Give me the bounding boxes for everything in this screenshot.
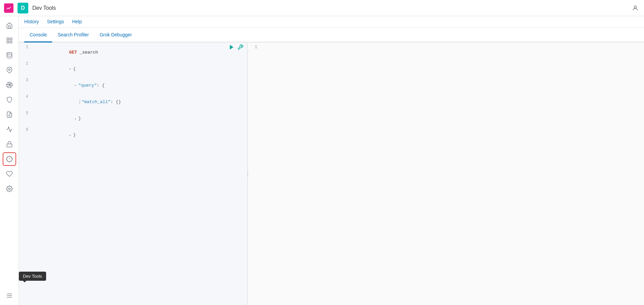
line-num-5: 5 bbox=[19, 110, 32, 116]
sidebar-item-siem[interactable] bbox=[3, 93, 16, 106]
svg-point-6 bbox=[8, 69, 10, 70]
line-content-1: GET _search bbox=[32, 44, 229, 60]
sidebar-item-devtools[interactable] bbox=[3, 152, 16, 166]
editor-container: 1 GET _search bbox=[19, 42, 644, 305]
sidebar-item-logs[interactable] bbox=[3, 108, 16, 121]
main-layout: Dev Tools History Settings Help Console … bbox=[0, 16, 644, 305]
sidebar-item-ml[interactable] bbox=[3, 78, 16, 92]
line-content-6: ▴ } bbox=[32, 127, 247, 143]
sidebar-item-home[interactable] bbox=[3, 19, 16, 32]
svg-point-14 bbox=[8, 188, 10, 190]
line-content-4: "match_all": {} bbox=[32, 94, 247, 110]
code-line-2: 2 ▾ { bbox=[19, 60, 247, 77]
top-bar-actions bbox=[631, 3, 640, 13]
panel-resize-handle[interactable]: ⋮ bbox=[246, 42, 249, 305]
tabs-bar: Console Search Profiler Grok Debugger bbox=[19, 28, 644, 42]
kibana-logo bbox=[4, 3, 13, 13]
sidebar-item-dashboard[interactable] bbox=[3, 34, 16, 47]
wrench-button[interactable] bbox=[237, 44, 243, 50]
tab-console[interactable]: Console bbox=[24, 28, 52, 42]
run-button[interactable] bbox=[229, 44, 235, 50]
svg-rect-3 bbox=[7, 41, 9, 43]
left-panel: 1 GET _search bbox=[19, 42, 248, 305]
sidebar-item-alerts[interactable] bbox=[3, 167, 16, 181]
sidebar-item-uptime[interactable] bbox=[3, 138, 16, 151]
sidebar: Dev Tools bbox=[0, 16, 19, 305]
sidebar-item-collapse[interactable] bbox=[3, 289, 16, 302]
line-num-1: 1 bbox=[19, 44, 32, 50]
content-area: History Settings Help Console Search Pro… bbox=[19, 16, 644, 305]
svg-point-5 bbox=[7, 53, 12, 54]
svg-rect-10 bbox=[7, 144, 12, 147]
line-content-3: ▾ "query": { bbox=[32, 77, 247, 93]
top-bar: D Dev Tools bbox=[0, 0, 644, 16]
code-line-1: 1 GET _search bbox=[19, 44, 247, 60]
tab-search-profiler[interactable]: Search Profiler bbox=[52, 28, 94, 42]
code-line-3: 3 ▾ "query": { bbox=[19, 77, 247, 93]
line-content-5: ▴ } bbox=[32, 110, 247, 126]
line-num-2: 2 bbox=[19, 61, 32, 66]
devtools-tooltip: Dev Tools bbox=[19, 272, 46, 281]
svg-marker-18 bbox=[230, 45, 234, 50]
line-num-6: 6 bbox=[19, 127, 32, 132]
tab-grok-debugger[interactable]: Grok Debugger bbox=[94, 28, 137, 42]
nav-help[interactable]: Help bbox=[72, 19, 82, 28]
nav-menu: History Settings Help bbox=[19, 16, 644, 28]
code-editor[interactable]: 1 GET _search bbox=[19, 42, 247, 305]
line-num-4: 4 bbox=[19, 94, 32, 99]
user-icon[interactable] bbox=[631, 3, 640, 13]
code-line-5: 5 ▴ } bbox=[19, 110, 247, 126]
app-icon: D bbox=[18, 3, 28, 13]
nav-settings[interactable]: Settings bbox=[47, 19, 64, 28]
code-line-4: 4 "match_all": {} bbox=[19, 93, 247, 110]
sidebar-item-maps[interactable] bbox=[3, 63, 16, 77]
svg-rect-1 bbox=[7, 38, 9, 40]
right-panel: 1 bbox=[248, 42, 644, 305]
svg-point-0 bbox=[634, 6, 637, 8]
output-editor: 1 bbox=[248, 42, 644, 305]
code-line-6: 6 ▴ } bbox=[19, 126, 247, 143]
output-line-1: 1 bbox=[248, 44, 644, 51]
app-title: Dev Tools bbox=[32, 5, 56, 11]
nav-history[interactable]: History bbox=[24, 19, 39, 28]
sidebar-item-data[interactable] bbox=[3, 49, 16, 62]
line-1-actions bbox=[229, 44, 247, 50]
line-content-2: ▾ { bbox=[32, 61, 247, 77]
line-num-3: 3 bbox=[19, 77, 32, 83]
sidebar-item-settings[interactable] bbox=[3, 182, 16, 195]
sidebar-item-apm[interactable] bbox=[3, 123, 16, 136]
svg-rect-2 bbox=[10, 38, 12, 40]
svg-rect-4 bbox=[10, 41, 12, 43]
